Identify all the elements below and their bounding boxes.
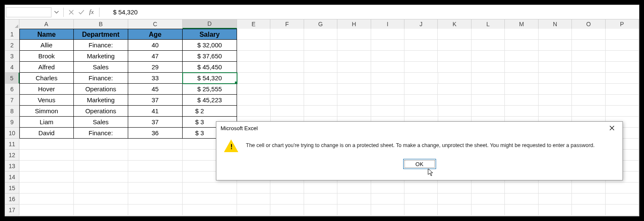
row-header[interactable]: 7 [5, 95, 19, 106]
grid-cell[interactable]: 45 [128, 84, 183, 95]
grid-cell[interactable] [74, 139, 128, 150]
grid-cell[interactable] [438, 62, 471, 73]
grid-cell[interactable] [572, 51, 605, 62]
grid-cell[interactable] [505, 84, 538, 95]
grid-cell[interactable] [270, 29, 304, 40]
row-header[interactable]: 10 [5, 128, 19, 139]
grid-cell[interactable] [304, 62, 337, 73]
grid-cell[interactable] [74, 150, 128, 161]
grid-cell[interactable] [539, 40, 572, 51]
grid-cell[interactable] [505, 29, 538, 40]
grid-cell[interactable] [270, 205, 304, 216]
column-header[interactable]: P [606, 19, 639, 29]
column-header[interactable]: K [438, 19, 471, 29]
dialog-close-button[interactable] [605, 123, 619, 134]
grid-cell[interactable] [606, 40, 639, 51]
grid-cell[interactable] [505, 62, 538, 73]
grid-cell[interactable] [472, 84, 505, 95]
grid-cell[interactable]: $ 45,450 [183, 62, 237, 73]
grid-cell[interactable] [237, 40, 270, 51]
row-header[interactable]: 2 [5, 40, 19, 51]
grid-cell[interactable] [472, 73, 505, 84]
column-header[interactable]: N [539, 19, 572, 29]
grid-cell[interactable]: Hover [19, 84, 74, 95]
grid-cell[interactable] [237, 183, 270, 194]
grid-cell[interactable]: Sales [74, 62, 128, 73]
grid-cell[interactable] [270, 183, 304, 194]
grid-cell[interactable] [128, 183, 183, 194]
grid-cell[interactable] [472, 40, 505, 51]
grid-cell[interactable] [606, 183, 639, 194]
grid-cell[interactable] [438, 73, 472, 84]
grid-cell[interactable]: Simmon [19, 106, 74, 117]
grid-cell[interactable] [237, 95, 270, 106]
grid-cell[interactable] [404, 194, 438, 205]
grid-cell[interactable]: $ 45,223 [183, 95, 237, 106]
grid-cell[interactable] [19, 183, 74, 194]
grid-cell[interactable] [606, 51, 639, 62]
grid-cell[interactable] [438, 29, 471, 40]
table-header-cell[interactable]: Age [128, 29, 183, 40]
grid-cell[interactable]: 37 [128, 95, 183, 106]
grid-cell[interactable] [304, 40, 337, 51]
grid-cell[interactable] [606, 194, 639, 205]
grid-cell[interactable]: Liam [19, 117, 74, 128]
grid-cell[interactable] [304, 51, 337, 62]
grid-cell[interactable] [128, 172, 183, 183]
name-box[interactable] [6, 7, 51, 17]
grid-cell[interactable] [19, 161, 74, 172]
grid-cell[interactable] [404, 106, 438, 117]
grid-cell[interactable] [438, 205, 471, 216]
grid-cell[interactable] [237, 29, 270, 40]
grid-cell[interactable] [438, 183, 471, 194]
grid-cell[interactable] [572, 29, 605, 40]
grid-cell[interactable] [337, 29, 371, 40]
column-header[interactable]: F [270, 19, 304, 29]
row-header[interactable]: 9 [5, 117, 19, 128]
grid-cell[interactable] [74, 194, 128, 205]
grid-cell[interactable] [270, 95, 304, 106]
column-header[interactable]: C [128, 19, 183, 29]
grid-cell[interactable] [505, 205, 538, 216]
grid-cell[interactable]: Finance: [74, 40, 128, 51]
grid-cell[interactable] [371, 62, 404, 73]
grid-cell[interactable] [472, 194, 505, 205]
column-header[interactable]: E [237, 19, 270, 29]
grid-cell[interactable] [572, 205, 605, 216]
grid-cell[interactable] [606, 84, 639, 95]
grid-cell[interactable] [404, 73, 438, 84]
grid-cell[interactable] [237, 194, 270, 205]
grid-cell[interactable] [505, 40, 538, 51]
grid-cell[interactable] [371, 51, 404, 62]
table-header-cell[interactable]: Salary [183, 29, 237, 40]
grid-cell[interactable] [304, 84, 337, 95]
grid-cell[interactable] [19, 205, 74, 216]
grid-cell[interactable] [572, 40, 605, 51]
row-header[interactable]: 3 [5, 51, 19, 62]
grid-cell[interactable] [539, 73, 572, 84]
grid-cell[interactable] [438, 194, 471, 205]
ok-button[interactable]: OK [403, 159, 436, 169]
grid-cell[interactable] [438, 40, 471, 51]
formula-input[interactable] [103, 7, 636, 17]
confirm-edit-icon[interactable] [77, 8, 86, 16]
row-header[interactable]: 1 [5, 29, 19, 40]
grid-cell[interactable]: 36 [128, 128, 183, 139]
row-header[interactable]: 8 [5, 106, 19, 117]
column-header[interactable]: A [19, 19, 74, 29]
grid-cell[interactable]: David [19, 128, 74, 139]
grid-cell[interactable] [19, 194, 74, 205]
grid-cell[interactable] [404, 205, 438, 216]
grid-cell[interactable]: Allie [19, 40, 74, 51]
grid-cell[interactable] [270, 62, 304, 73]
grid-cell[interactable] [404, 95, 438, 106]
grid-cell[interactable]: $ 32,000 [183, 40, 237, 51]
grid-cell[interactable] [237, 62, 270, 73]
grid-cell[interactable]: Alfred [19, 62, 74, 73]
grid-cell[interactable] [404, 183, 438, 194]
grid-cell[interactable] [404, 51, 438, 62]
grid-cell[interactable] [183, 183, 237, 194]
grid-cell[interactable] [472, 62, 505, 73]
column-header[interactable]: O [572, 19, 605, 29]
grid-cell[interactable] [572, 106, 605, 117]
